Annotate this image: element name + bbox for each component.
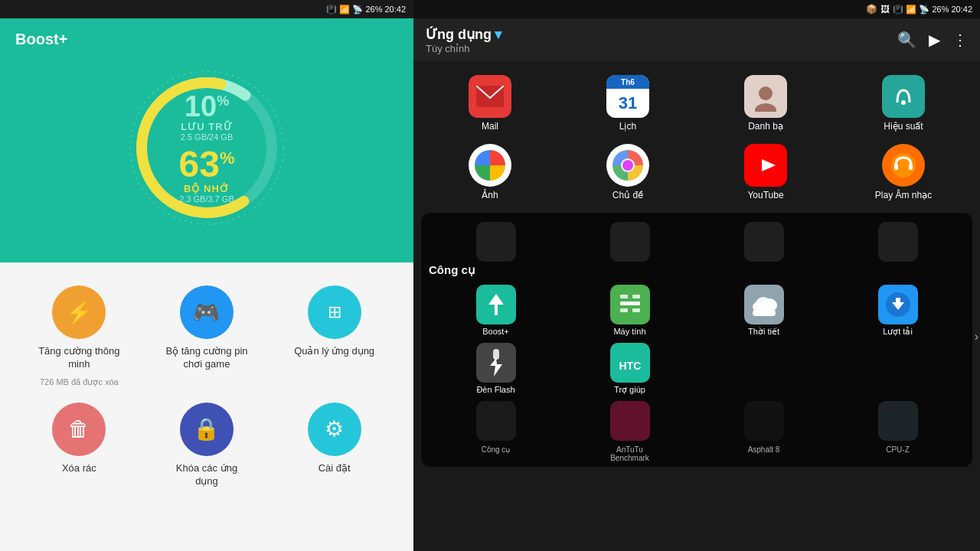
more-icon[interactable]: ⋮ <box>952 31 968 49</box>
storage-sub: 2.5 GB/24 GB <box>153 132 260 142</box>
svg-point-10 <box>622 160 633 171</box>
top-bar: Ứng dụng ▾ Tùy chỉnh 🔍 ▶ ⋮ <box>413 18 980 61</box>
signal-icon-r: 📡 <box>919 5 929 15</box>
app-row-2: Ảnh Chủ đề <box>421 138 972 207</box>
action-apps[interactable]: ⊞ Quản lý ứng dụng <box>292 285 377 387</box>
memory-percent: 63% <box>153 146 260 183</box>
folder-weather-label: Thời tiết <box>748 327 779 337</box>
folder-row-1: Boost+ Máy tính <box>429 282 965 340</box>
app-grid-section: Mail Th6 31 Lịch Danh bạ <box>413 61 980 207</box>
boost-label: Tăng cường thông minh <box>37 345 121 371</box>
folder-title: Công cụ <box>429 263 965 277</box>
wifi-icon: 📶 <box>339 5 350 15</box>
memory-label: BỘ NHỚ <box>153 183 260 194</box>
app-performance[interactable]: Hiệu suất <box>871 75 936 132</box>
svg-point-6 <box>755 103 776 112</box>
folder-calc-label: Máy tính <box>613 327 645 336</box>
boost-circle-icon[interactable]: ⚡ <box>52 285 106 339</box>
mail-label: Mail <box>482 121 498 132</box>
svg-rect-22 <box>632 308 640 312</box>
folder-empty-icon-1 <box>744 343 784 383</box>
folder-empty-icon-2 <box>878 343 918 383</box>
top-bar-icons: 🔍 ▶ ⋮ <box>897 31 968 49</box>
app-mail[interactable]: Mail <box>458 75 523 132</box>
time-display: 20:42 <box>384 5 406 14</box>
action-trash[interactable]: 🗑 Xóa rác <box>37 403 121 488</box>
contacts-label: Danh bạ <box>748 121 783 132</box>
left-status-icons: 📳 📶 📡 26% 20:42 <box>326 5 406 15</box>
performance-icon <box>882 75 925 118</box>
app-music[interactable]: Play Âm nhạc <box>871 144 936 201</box>
trash-circle-icon[interactable]: 🗑 <box>52 403 106 456</box>
memory-sub: 2.3 GB/3.7 GB <box>153 194 260 204</box>
battery-r: 26% <box>932 5 949 14</box>
app-youtube[interactable]: YouTube <box>733 144 799 201</box>
svg-rect-29 <box>896 298 900 305</box>
action-boost[interactable]: ⚡ Tăng cường thông minh 726 MB đã được x… <box>37 285 121 387</box>
folder-empty-1 <box>733 343 795 395</box>
search-icon[interactable]: 🔍 <box>897 31 916 49</box>
folder-app-boost[interactable]: Boost+ <box>466 285 527 337</box>
photos-label: Ảnh <box>482 190 498 201</box>
action-settings[interactable]: ⚙ Cài đặt <box>292 403 377 488</box>
app-contacts[interactable]: Danh bạ <box>733 75 799 132</box>
folder-boost-label: Boost+ <box>482 327 509 336</box>
svg-rect-30 <box>493 349 499 360</box>
contacts-icon <box>744 75 787 118</box>
game-circle-icon[interactable]: 🎮 <box>180 285 234 339</box>
status-icons: 📳 📶 📡 26% 20:42 <box>893 5 972 15</box>
settings-label: Cài đặt <box>318 462 351 475</box>
themes-icon <box>606 144 649 187</box>
vibrate-icon: 📳 <box>326 5 337 15</box>
svg-rect-16 <box>909 164 913 170</box>
right-status-bar: 📦 🖼 📳 📶 📡 26% 20:42 <box>413 0 980 18</box>
svg-rect-18 <box>620 295 628 298</box>
calendar-label: Lịch <box>619 121 636 132</box>
svg-rect-21 <box>620 308 628 312</box>
left-panel: 📳 📶 📡 26% 20:42 Boost+ // This will be r… <box>0 0 413 551</box>
app-calendar[interactable]: Th6 31 Lịch <box>596 75 661 132</box>
folder-app-weather[interactable]: Thời tiết <box>733 285 795 337</box>
folder-app-flash[interactable]: Đèn Flash <box>466 343 527 395</box>
congcu-folder: Công cụ Boost+ <box>413 207 980 467</box>
app-photos[interactable]: Ảnh <box>458 144 523 201</box>
performance-label: Hiệu suất <box>884 121 923 132</box>
svg-marker-17 <box>488 294 504 315</box>
boost-app-title: Boost+ <box>0 18 83 48</box>
svg-rect-19 <box>632 295 640 298</box>
action-game[interactable]: 🎮 Bộ tăng cường pin chơi game <box>165 285 249 387</box>
svg-point-7 <box>901 100 906 105</box>
bottom-label-1: AnTuTu Benchmark <box>599 445 661 462</box>
folder-flash-label: Đèn Flash <box>476 385 514 394</box>
folder-boost-icon <box>476 285 516 324</box>
gauge-center: 10% LƯU TRỮ 2.5 GB/24 GB 63% BỘ NHỚ 2.3 … <box>153 92 260 204</box>
apps-circle-icon[interactable]: ⊞ <box>308 285 361 339</box>
app-themes[interactable]: Chủ đề <box>596 144 661 201</box>
folder-app-calc[interactable]: Máy tính <box>599 285 661 337</box>
lock-circle-icon[interactable]: 🔒 <box>180 403 234 456</box>
game-label: Bộ tăng cường pin chơi game <box>165 345 249 371</box>
dropdown-check-icon: ▾ <box>495 26 501 43</box>
bottom-label-0: Công cụ <box>466 445 527 462</box>
folder-app-htc[interactable]: HTC Trợ giúp <box>599 343 661 395</box>
left-status-bar: 📳 📶 📡 26% 20:42 <box>0 0 413 18</box>
settings-circle-icon[interactable]: ⚙ <box>308 403 361 456</box>
folder-app-download[interactable]: Lượt tải <box>867 285 929 337</box>
play-icon[interactable]: ▶ <box>929 31 940 49</box>
folder-overlay: Công cụ Boost+ <box>421 213 972 467</box>
battery-text: 26% <box>365 5 382 14</box>
time-r: 20:42 <box>951 5 972 14</box>
folder-bottom-row <box>429 398 965 444</box>
music-icon <box>882 144 925 187</box>
app-row-1: Mail Th6 31 Lịch Danh bạ <box>421 69 972 138</box>
lock-label: Khóa các ứng dụng <box>165 462 249 488</box>
folder-download-label: Lượt tải <box>883 327 913 337</box>
svg-rect-20 <box>620 302 640 305</box>
folder-row-2: Đèn Flash HTC Trợ giúp <box>429 340 965 398</box>
wifi-icon-r: 📶 <box>906 5 916 15</box>
folder-empty-2 <box>867 343 929 395</box>
photos-icon: 🖼 <box>880 4 890 15</box>
folder-htc-icon: HTC <box>610 343 650 383</box>
apps-title: Ứng dụng <box>426 26 492 43</box>
action-lock[interactable]: 🔒 Khóa các ứng dụng <box>165 403 249 488</box>
